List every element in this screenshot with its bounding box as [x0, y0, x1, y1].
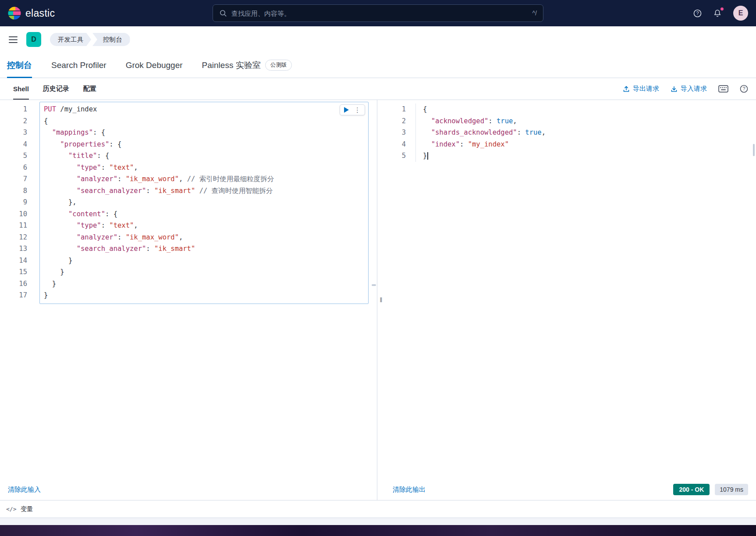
tab-painless-lab[interactable]: Painless 实验室 公测版 [202, 53, 292, 78]
code-line[interactable]: "type": "text", [44, 220, 274, 232]
menu-hamburger-icon[interactable] [9, 36, 18, 43]
code-line[interactable]: "search_analyzer": "ik_smart" [44, 243, 274, 255]
global-search-box[interactable]: ^/ [213, 4, 543, 22]
line-number: 17 [0, 289, 27, 301]
subtab-history[interactable]: 历史记录 [43, 78, 69, 100]
svg-text:?: ? [742, 86, 745, 91]
token-key: "analyzer" [77, 233, 117, 241]
token-punct: : [117, 233, 126, 241]
token-boolean: true [525, 129, 541, 136]
tab-grok-debugger[interactable]: Grok Debugger [126, 53, 183, 78]
token-text: /my_index [56, 105, 97, 113]
breadcrumb-dev-tools[interactable]: 开发工具 [50, 33, 91, 46]
clear-input-button[interactable]: 清除此输入 [8, 486, 41, 494]
request-controls: ⋮ [340, 104, 365, 115]
code-line[interactable]: } [44, 266, 274, 278]
response-viewer-gutter: 12345 [385, 100, 409, 479]
search-icon [219, 9, 227, 17]
code-line[interactable]: "analyzer": "ik_max_word", // 索引时使用最细粒度拆… [44, 173, 274, 185]
code-line[interactable]: "title": { [44, 150, 274, 162]
line-number: 13 [0, 243, 27, 255]
subtab-shell[interactable]: Shell [13, 78, 29, 100]
code-line[interactable]: "type": "text", [44, 162, 274, 174]
code-line[interactable]: "analyzer": "ik_max_word", [44, 232, 274, 243]
code-line[interactable]: "acknowledged": true, [423, 115, 546, 127]
code-line[interactable]: }, [44, 197, 274, 208]
code-line[interactable]: "content": { [44, 208, 274, 220]
desktop-wallpaper [0, 525, 756, 536]
token-punct [44, 175, 77, 183]
token-punct: } [44, 268, 64, 276]
token-punct: : [146, 245, 154, 253]
token-comment: // 查询时使用智能拆分 [199, 187, 273, 195]
breadcrumb-console[interactable]: 控制台 [92, 33, 130, 46]
token-key: "search_analyzer" [77, 245, 146, 253]
code-line[interactable]: "mappings": { [44, 127, 274, 139]
response-viewer[interactable]: 12345 { "acknowledged": true, "shards_ac… [385, 100, 756, 479]
line-number: 4 [0, 139, 27, 150]
token-punct [44, 129, 52, 136]
variables-button[interactable]: </> 变量 [6, 505, 33, 513]
input-scrollbar-thumb[interactable] [372, 284, 376, 286]
space-avatar[interactable]: D [26, 32, 41, 47]
notification-dot [720, 7, 724, 11]
send-request-button[interactable] [344, 107, 349, 113]
code-line[interactable]: "search_analyzer": "ik_smart" // 查询时使用智能… [44, 185, 274, 197]
line-number: 15 [0, 266, 27, 278]
request-editor[interactable]: 1234567891011121314151617 PUT /my_index{… [0, 100, 377, 479]
code-line[interactable]: } [44, 278, 274, 290]
export-requests-button[interactable]: 导出请求 [623, 85, 659, 93]
response-panel: 12345 { "acknowledged": true, "shards_ac… [385, 100, 756, 500]
brand-name: elastic [25, 7, 55, 19]
newsfeed-bell-icon[interactable] [713, 9, 722, 18]
clear-output-button[interactable]: 清除此输出 [393, 486, 426, 494]
token-punct: : [146, 187, 154, 195]
token-punct: : [517, 129, 525, 136]
token-punct: } [44, 257, 72, 264]
request-editor-code[interactable]: PUT /my_index{ "mappings": { "properties… [31, 100, 274, 479]
help-icon[interactable]: ? [693, 9, 702, 18]
code-line[interactable]: "index": "my_index" [423, 139, 546, 150]
duration-badge: 1079 ms [715, 484, 748, 495]
code-line[interactable]: } [423, 150, 546, 162]
token-punct: : [117, 175, 126, 183]
request-panel: 1234567891011121314151617 PUT /my_index{… [0, 100, 377, 500]
console-subtabs: Shell 历史记录 配置 [13, 78, 96, 100]
output-scrollbar-thumb[interactable] [753, 144, 755, 156]
code-line[interactable]: "shards_acknowledged": true, [423, 127, 546, 139]
token-punct: } [423, 152, 427, 160]
token-punct: : [101, 164, 110, 172]
code-line[interactable]: { [423, 104, 546, 115]
code-line[interactable]: } [44, 289, 274, 301]
token-string: "text" [109, 164, 134, 172]
request-options-kebab-icon[interactable]: ⋮ [354, 107, 361, 113]
code-line[interactable]: } [44, 255, 274, 267]
console-help-icon[interactable]: ? [740, 85, 748, 93]
tab-search-profiler[interactable]: Search Profiler [51, 53, 106, 78]
user-avatar[interactable]: E [733, 6, 748, 21]
export-requests-label: 导出请求 [633, 85, 659, 93]
line-number: 2 [385, 115, 406, 127]
response-viewer-code[interactable]: { "acknowledged": true, "shards_acknowle… [409, 100, 546, 479]
code-line[interactable]: { [44, 115, 274, 127]
tab-console[interactable]: 控制台 [7, 53, 32, 78]
breadcrumb-bar: D 开发工具 控制台 [0, 26, 756, 53]
token-punct [423, 140, 431, 148]
import-requests-button[interactable]: 导入请求 [671, 85, 707, 93]
token-key: "type" [77, 222, 101, 229]
token-key: "mappings" [52, 129, 93, 136]
search-input[interactable] [231, 10, 528, 17]
code-line[interactable]: PUT /my_index [44, 104, 274, 115]
keyboard-shortcuts-icon[interactable] [718, 85, 728, 93]
beta-badge: 公测版 [265, 60, 292, 71]
token-key: "shards_acknowledged" [431, 129, 517, 136]
token-punct: , [134, 222, 138, 229]
line-number: 7 [0, 173, 27, 185]
token-punct: : [460, 140, 468, 148]
subtab-config[interactable]: 配置 [83, 78, 96, 100]
elastic-home-link[interactable]: elastic [8, 7, 55, 20]
output-gutter-rule [415, 104, 416, 162]
resize-handle[interactable]: ‖ [380, 297, 383, 304]
token-string: "ik_smart" [154, 187, 195, 195]
code-line[interactable]: "properties": { [44, 139, 274, 150]
